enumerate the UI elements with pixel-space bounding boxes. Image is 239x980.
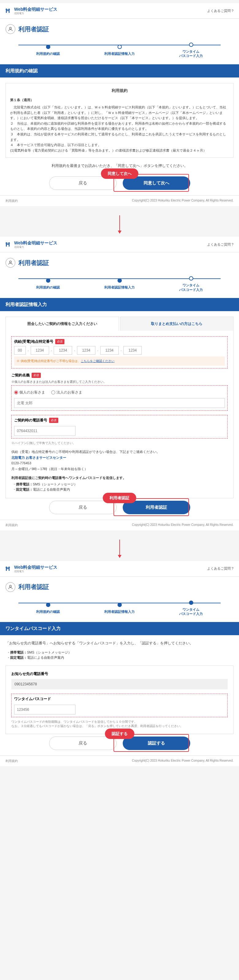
terms-box[interactable]: 利用規約 第１条（適用） 北陸電力株式会社（以下「当社」といいます。）は、Ｗｅｂ… [5, 83, 234, 158]
logo-icon: Ħ [5, 241, 12, 248]
user-icon [5, 258, 15, 268]
terms-body: ２ 当社は、本規約の他に追加規約や詳細な利用条件を提示する場合があります。利用条… [10, 121, 229, 132]
logo-icon: Ħ [5, 7, 12, 14]
step-1-label: 利用規約の確認 [12, 51, 84, 56]
phone-label: ご契約時の電話番号 [14, 418, 47, 423]
terms-body: (1)電気料金等（電力受給契約における「買取料金」等を含みます。）の達様請求書お… [10, 148, 229, 153]
tab-consolidated[interactable]: 取りまとめ支払いの方はこちら [120, 317, 234, 331]
contact-tel: 0120-776453 [11, 460, 228, 466]
dest-phone: 09012345678 [11, 679, 228, 689]
company-name: 北陸電力 [14, 12, 58, 15]
section-title: 利用者認証情報入力 [0, 298, 239, 311]
page-title: 利用者認証 [18, 25, 49, 33]
copyright: Copyright(C) 2023 Hokuriku Electric Powe… [132, 759, 234, 763]
supply-seg-1[interactable] [14, 346, 26, 355]
terms-body: ４ 本サービスで照会可能な内容は、以下の項目とします。 [10, 142, 229, 148]
tab-contract-info[interactable]: 照会したいご契約の情報をご入力ください [5, 317, 119, 331]
phone-help: ※ハイフン(-)無しで半角で入力してください。 [11, 441, 228, 445]
radio-personal[interactable]: 個人のお客さま [14, 390, 45, 395]
holder-label: ご契約名義 [11, 373, 30, 378]
section-title: ワンタイムパスコード入力 [0, 622, 239, 635]
footer-terms-link[interactable]: 利用規約 [5, 759, 18, 763]
logo-icon: Ħ [5, 565, 12, 572]
phone-input[interactable] [14, 426, 75, 436]
radio-corp[interactable]: 法人のお客さま [51, 390, 82, 395]
svg-point-0 [10, 27, 11, 29]
contact-intro: 供給（受電）地点特定番号のご不明時や利用者認証ができない場合は、下記までご連絡く… [11, 449, 228, 455]
faq-link[interactable]: よくあるご質問 ? [207, 566, 234, 571]
terms-instruction: 利用規約を最後までお読みいただき、「同意して次へ」ボタンを押してください。 [5, 163, 234, 169]
callout-agree: 同意して次へ [101, 169, 138, 179]
supply-label: 供給(受電)地点特定番号 [14, 339, 53, 344]
supply-warn: ※ 供給(受電)地点特定番号がご不明な場合は、 [16, 359, 81, 363]
page-title: 利用者認証 [18, 259, 49, 267]
contact-hours: 月～金曜日／9時～17時（祝日・年末年始を除く） [11, 466, 228, 472]
service-name: Web料金明細サービス [14, 565, 58, 570]
header: Ħ Web料金明細サービス 北陸電力 よくあるご質問 ? [0, 3, 239, 19]
faq-link[interactable]: よくあるご質問 ? [207, 242, 234, 247]
contact-name: 北陸電力 お客さまサービスセンター [11, 455, 228, 461]
service-name: Web料金明細サービス [14, 7, 58, 12]
company-name: 北陸電力 [14, 570, 58, 573]
callout-verify: 認証する [105, 729, 135, 739]
supply-seg-2[interactable] [30, 346, 49, 355]
callout-auth: 利用者認証 [103, 493, 136, 503]
svg-point-1 [10, 261, 11, 263]
flow-arrow [0, 215, 239, 234]
copyright: Copyright(C) 2023 Hokuriku Electric Powe… [132, 523, 234, 527]
service-name: Web料金明細サービス [14, 240, 58, 246]
user-icon [5, 24, 15, 34]
otp-validity: ワンタイムパスコードの有効期限は、ワンタイムパスコードを送信してから１０分間です… [11, 720, 228, 728]
footer-terms-link[interactable]: 利用規約 [5, 199, 18, 203]
otp-input[interactable] [14, 705, 75, 714]
step-3-label: ワンタイム パスコード入力 [155, 49, 227, 58]
passcode-note: 利用者認証後にご契約時の電話番号へワンタイムパスコードを送信します。 [11, 476, 228, 480]
terms-body: ３ 本規約は、当社が提供する本サービスの利用者に対して適用するものとし、利用者は… [10, 132, 229, 142]
svg-point-2 [10, 585, 11, 587]
otp-group: ワンタイムパスコード [11, 694, 228, 717]
stepper: 利用規約の確認 利用者認証情報入力 ワンタイム パスコード入力 [0, 40, 239, 64]
supply-point-group: 供給(受電)地点特定番号必須 - - - - - ※ 供給(受電)地点特定番号が… [11, 336, 228, 368]
footer-terms-link[interactable]: 利用規約 [5, 523, 18, 527]
company-name: 北陸電力 [14, 246, 58, 248]
faq-link[interactable]: よくあるご質問 ? [207, 9, 234, 13]
holder-group: 個人のお客さま 法人のお客さま [11, 385, 228, 411]
otp-instruction: 「お知らせ先の電話番号」へお知らせする「ワンタイムパスコード」を入力し、「認証す… [5, 641, 234, 646]
flow-arrow [0, 539, 239, 558]
user-icon [5, 582, 15, 592]
supply-seg-5[interactable] [100, 346, 119, 355]
terms-body: 北陸電力株式会社（以下「当社」といいます。）は、Ｗｅｂ料金明細サービス利用規約（… [10, 105, 229, 121]
otp-label: ワンタイムパスコード [14, 697, 225, 702]
supply-seg-6[interactable] [124, 346, 142, 355]
supply-warn-link[interactable]: こちらをご確認ください [81, 359, 114, 363]
terms-article: 第１条（適用） [10, 97, 229, 103]
terms-title: 利用規約 [10, 88, 229, 94]
page-title: 利用者認証 [18, 583, 49, 591]
supply-seg-3[interactable] [54, 346, 72, 355]
supply-seg-4[interactable] [77, 346, 95, 355]
step-2-label: 利用者認証情報入力 [84, 51, 155, 56]
phone-group: ご契約時の電話番号必須 [11, 415, 228, 439]
otp-methods: 携帯電話：SMS（ショートメッセージ） 固定電話：電話による自動音声案内 [5, 650, 234, 660]
section-title: 利用規約の確認 [0, 64, 239, 78]
dest-label: お知らせ先の電話番号 [11, 671, 228, 676]
holder-name-input[interactable] [14, 398, 225, 408]
passcode-methods: 携帯電話：SMS（ショートメッセージ） 固定電話：電話による自動音声案内 [11, 482, 228, 492]
copyright: Copyright(C) 2023 Hokuriku Electric Powe… [132, 199, 234, 203]
required-badge: 必須 [55, 339, 64, 344]
holder-note: ※個人のお客さままたは法人のお客さまを選択してご入力ください。 [11, 380, 228, 384]
